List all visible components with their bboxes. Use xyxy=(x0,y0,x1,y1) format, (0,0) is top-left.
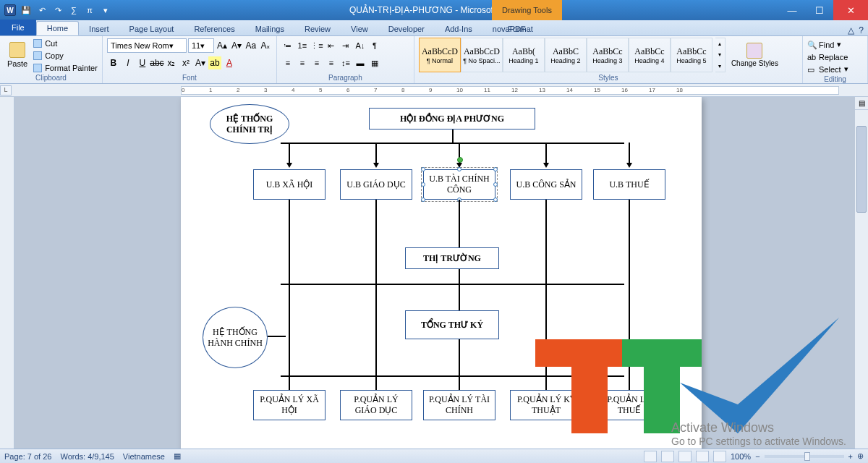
superscript-button[interactable]: x² xyxy=(179,56,192,69)
scroll-thumb[interactable] xyxy=(856,126,867,213)
view-fullscreen-button[interactable] xyxy=(661,451,674,462)
view-print-layout-button[interactable] xyxy=(644,451,657,462)
font-name-select[interactable]: Times New Rom ▾ xyxy=(107,38,187,53)
qat-more-icon[interactable]: ▾ xyxy=(100,4,111,16)
tab-view[interactable]: View xyxy=(341,22,378,35)
tab-references[interactable]: References xyxy=(184,22,244,35)
sort-button[interactable]: A↓ xyxy=(354,39,367,52)
shape-box[interactable]: U.B TÀI CHÍNH CÔNG xyxy=(423,169,495,200)
change-styles-button[interactable]: Change Styles xyxy=(728,38,781,72)
copy-button[interactable]: Copy xyxy=(33,50,98,61)
document-page[interactable]: HỆ THỐNG CHÍNH TRỊ HỆ THỐNG HÀNH CHÍNH H… xyxy=(181,97,702,449)
undo-icon[interactable]: ↶ xyxy=(36,4,48,16)
scrollbar-vertical[interactable]: ▤ xyxy=(855,97,868,449)
multilevel-button[interactable]: ⋮≡ xyxy=(310,39,323,52)
italic-button[interactable]: I xyxy=(122,56,135,69)
zoom-handle[interactable] xyxy=(804,452,810,461)
shape-box[interactable]: THỊ TRƯỜNG xyxy=(405,247,499,269)
text-effects-button[interactable]: A▾ xyxy=(194,56,207,69)
grow-font-button[interactable]: A▴ xyxy=(216,39,229,52)
zoom-fit-button[interactable]: ⊕ xyxy=(857,451,864,461)
borders-button[interactable]: ▦ xyxy=(368,56,381,69)
zoom-slider[interactable] xyxy=(765,455,844,458)
strike-button[interactable]: abc xyxy=(150,56,163,69)
file-tab[interactable]: File xyxy=(0,20,36,35)
change-case-button[interactable]: Aa xyxy=(244,39,258,52)
underline-button[interactable]: U xyxy=(136,56,149,69)
numbering-button[interactable]: 1≡ xyxy=(296,39,309,52)
tab-addins[interactable]: Add-Ins xyxy=(435,22,482,35)
tab-format[interactable]: Format xyxy=(498,22,543,35)
shape-box[interactable]: U.B XÃ HỘI xyxy=(253,169,326,200)
shape-box[interactable]: U.B THUẾ xyxy=(593,169,665,200)
qat-item[interactable]: π xyxy=(84,4,95,16)
ruler-vertical[interactable] xyxy=(0,97,14,449)
style-item[interactable]: AaBb(Heading 1 xyxy=(503,38,545,72)
help-icon[interactable]: ? xyxy=(859,25,864,35)
style-item[interactable]: AaBbCcD¶ No Spaci... xyxy=(461,38,503,72)
ruler-toggle-icon[interactable]: ▤ xyxy=(855,97,868,110)
tab-selector[interactable]: L xyxy=(0,85,12,95)
shape-box[interactable]: P.QUẢN LÝ KỸ THUẬT xyxy=(510,390,582,420)
style-item[interactable]: AaBbCcHeading 5 xyxy=(671,38,712,72)
maximize-button[interactable]: ☐ xyxy=(806,0,833,20)
find-button[interactable]: 🔍Find ▾ xyxy=(807,39,841,50)
shape-ellipse[interactable]: HỆ THỐNG CHÍNH TRỊ xyxy=(210,104,289,144)
format-painter-button[interactable]: Format Painter xyxy=(33,62,98,73)
zoom-in-button[interactable]: + xyxy=(848,452,853,461)
tab-review[interactable]: Review xyxy=(294,22,341,35)
close-button[interactable]: ✕ xyxy=(833,0,868,20)
line-spacing-button[interactable]: ↕≡ xyxy=(339,56,352,69)
increase-indent-button[interactable]: ⇥ xyxy=(339,39,352,52)
shape-box[interactable]: TỔNG THƯ KÝ xyxy=(405,310,499,339)
replace-button[interactable]: abReplace xyxy=(807,51,848,62)
style-item[interactable]: AaBbCHeading 2 xyxy=(545,38,587,72)
status-words[interactable]: Words: 4/9,145 xyxy=(60,452,114,461)
bullets-button[interactable]: ≔ xyxy=(281,39,294,52)
ribbon-minimize-icon[interactable]: △ xyxy=(848,25,854,35)
view-web-button[interactable] xyxy=(678,451,692,462)
align-left-button[interactable]: ≡ xyxy=(281,56,294,69)
shape-ellipse[interactable]: HỆ THỐNG HÀNH CHÍNH xyxy=(203,307,268,368)
view-outline-button[interactable] xyxy=(696,451,709,462)
status-language[interactable]: Vietnamese xyxy=(123,452,165,461)
styles-more-button[interactable]: ▴▾▾ xyxy=(715,38,726,72)
style-item[interactable]: AaBbCcD¶ Normal xyxy=(419,38,461,72)
align-right-button[interactable]: ≡ xyxy=(310,56,323,69)
font-size-select[interactable]: 11 ▾ xyxy=(188,38,214,53)
justify-button[interactable]: ≡ xyxy=(325,56,338,69)
shape-box[interactable]: U.B CÔNG SẢN xyxy=(510,169,582,200)
shrink-font-button[interactable]: A▾ xyxy=(230,39,243,52)
shape-box-top[interactable]: HỘI ĐỒNG ĐỊA PHƯƠNG xyxy=(369,108,535,129)
paste-button[interactable]: Paste xyxy=(4,38,30,72)
minimize-button[interactable]: — xyxy=(778,0,806,20)
tab-developer[interactable]: Developer xyxy=(378,22,435,35)
view-draft-button[interactable] xyxy=(713,451,726,462)
qat-item[interactable]: ∑ xyxy=(68,4,80,16)
tab-mailings[interactable]: Mailings xyxy=(245,22,294,35)
select-button[interactable]: ▭Select ▾ xyxy=(807,64,848,75)
align-center-button[interactable]: ≡ xyxy=(296,56,309,69)
save-icon[interactable]: 💾 xyxy=(20,4,32,16)
clear-format-button[interactable]: Aₓ xyxy=(259,39,272,52)
shape-box[interactable]: U.B GIÁO DỤC xyxy=(340,169,412,200)
shape-box[interactable]: P.QUẢN LÝ TÀI CHÍNH xyxy=(423,390,495,420)
show-marks-button[interactable]: ¶ xyxy=(368,39,381,52)
bold-button[interactable]: B xyxy=(107,56,120,69)
zoom-level[interactable]: 100% xyxy=(731,452,751,461)
decrease-indent-button[interactable]: ⇤ xyxy=(325,39,338,52)
highlight-button[interactable]: ab xyxy=(208,56,221,69)
tab-page-layout[interactable]: Page Layout xyxy=(119,22,184,35)
redo-icon[interactable]: ↷ xyxy=(52,4,64,16)
ruler-horizontal[interactable]: L 0123456789101112131415161718 xyxy=(0,84,868,97)
tab-insert[interactable]: Insert xyxy=(79,22,119,35)
cut-button[interactable]: Cut xyxy=(33,38,98,48)
shape-box[interactable]: P.QUẢN LÝ XÃ HỘI xyxy=(253,390,326,420)
style-item[interactable]: AaBbCcHeading 3 xyxy=(587,38,629,72)
tab-home[interactable]: Home xyxy=(36,21,79,35)
style-item[interactable]: AaBbCcHeading 4 xyxy=(629,38,671,72)
status-macro-icon[interactable]: ▦ xyxy=(174,451,181,461)
zoom-out-button[interactable]: − xyxy=(755,452,760,461)
status-page[interactable]: Page: 7 of 26 xyxy=(4,452,51,461)
font-color-button[interactable]: A xyxy=(223,56,236,69)
